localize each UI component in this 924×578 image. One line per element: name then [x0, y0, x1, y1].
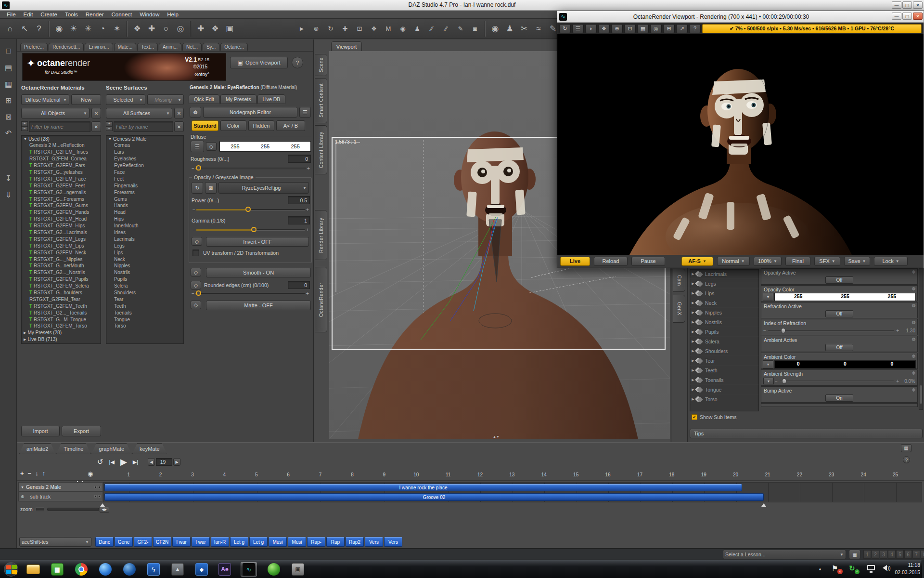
- app-blue-2-icon[interactable]: [121, 562, 138, 577]
- scale-tool-icon[interactable]: ⊡: [352, 21, 367, 37]
- mode-color-button[interactable]: Color: [220, 120, 246, 131]
- aniblock-preset[interactable]: Gene: [115, 537, 133, 547]
- gear-icon[interactable]: ☸: [911, 387, 916, 393]
- editor-settings-button[interactable]: ☸: [190, 107, 201, 118]
- material-item[interactable]: TRSTGXT_G2FEM_Hands: [22, 209, 101, 216]
- zoom-slider[interactable]: ◀▶: [47, 508, 99, 511]
- dock-tab[interactable]: Text...: [137, 43, 158, 51]
- skip-start-icon[interactable]: |◀: [109, 459, 115, 465]
- surface-item[interactable]: Neck: [106, 256, 183, 263]
- rounded-value[interactable]: 0: [288, 281, 310, 289]
- material-item[interactable]: TRSTGXT_G2FEM_Torso: [22, 323, 101, 329]
- surface-tree-item[interactable]: ▶Toenails: [690, 375, 758, 385]
- timeline-tab[interactable]: Timeline: [56, 443, 90, 454]
- surface-item[interactable]: EyeReflection: [106, 162, 183, 169]
- material-item[interactable]: RSTGXT_G2FEM_Tear: [22, 296, 101, 302]
- surface-item[interactable]: Nostrils: [106, 269, 183, 276]
- lesson-page-button[interactable]: 4: [888, 550, 896, 559]
- ambient-color-field[interactable]: 000: [774, 360, 916, 368]
- slider-knob[interactable]: [781, 328, 785, 333]
- tab-genx[interactable]: GenX: [673, 295, 685, 323]
- install-icon[interactable]: ⇓: [0, 186, 17, 203]
- undo-icon[interactable]: ↶: [0, 125, 17, 141]
- materials-group-used[interactable]: ▼Used (28): [22, 135, 101, 142]
- surface-tree-item[interactable]: ▶Sclera: [690, 337, 758, 346]
- power-slider[interactable]: −+: [192, 207, 310, 212]
- show-sub-items-checkbox[interactable]: ✔: [692, 414, 697, 420]
- display-mode-dropdown[interactable]: Normal▼: [717, 257, 750, 266]
- tab-cameras[interactable]: Cam: [673, 269, 685, 292]
- image-popout-button[interactable]: ⊠: [205, 182, 217, 194]
- surface-tree-item[interactable]: ▶Nipples: [690, 308, 758, 317]
- material-item[interactable]: RSTGXT_G2FEM_Cornea: [22, 156, 101, 162]
- surface-tree-item[interactable]: ▶Tongue: [690, 385, 758, 394]
- chevron-down-icon[interactable]: ▼: [763, 360, 773, 368]
- export-button[interactable]: Export: [62, 426, 101, 436]
- surface-tree-item[interactable]: ▶Pupils: [690, 327, 758, 337]
- rounded-map-button[interactable]: ◇: [191, 281, 201, 289]
- surface-item[interactable]: InnerMouth: [106, 223, 183, 229]
- render-settings-icon[interactable]: ☰: [572, 24, 584, 33]
- editor-tab[interactable]: Live DB: [257, 94, 286, 104]
- add-camera-icon[interactable]: ◉: [52, 21, 66, 37]
- save-icon[interactable]: ▦: [0, 76, 17, 92]
- aniblock-preset[interactable]: I war: [192, 537, 210, 547]
- surface-tree-item[interactable]: ▶Shoulders: [690, 346, 758, 356]
- chevron-down-icon[interactable]: ▼: [763, 293, 773, 301]
- track-lanes[interactable]: I wanne rock the place Groove 02: [103, 482, 922, 502]
- pointer-help-icon[interactable]: ↖: [17, 21, 32, 37]
- roughness-value[interactable]: 0: [288, 155, 311, 163]
- aniblock-preset[interactable]: Let g: [249, 537, 268, 547]
- editor-list-button[interactable]: ☰: [299, 107, 311, 118]
- live-button[interactable]: Live: [560, 257, 590, 266]
- material-item[interactable]: TRSTGXT_G2..._Nostrils: [22, 269, 101, 276]
- loop-icon[interactable]: ↺: [97, 458, 103, 466]
- sync-tray-icon[interactable]: ↻: [849, 564, 855, 573]
- surface-item[interactable]: Legs: [106, 242, 183, 249]
- rotate-tool-icon[interactable]: ↻: [323, 21, 338, 37]
- subsample-grid-icon[interactable]: ⊞: [663, 24, 675, 33]
- app-3d-icon[interactable]: ▣: [290, 562, 306, 577]
- tips-bar[interactable]: Tips: [690, 429, 923, 438]
- add-group-icon[interactable]: ○: [159, 21, 173, 37]
- track-toggle-a[interactable]: [94, 495, 97, 498]
- refraction-active-toggle[interactable]: Off: [825, 310, 853, 317]
- material-item[interactable]: TRSTGXT_G2FEM_Teeth: [22, 302, 101, 309]
- aniblock-preset[interactable]: I war: [172, 537, 191, 547]
- octane-titlebar[interactable]: ∿ OctaneRender Viewport - Rendering (700…: [557, 11, 924, 23]
- render-region-icon[interactable]: ⊡: [624, 24, 636, 33]
- geometry-editor-icon[interactable]: ✂: [517, 21, 531, 37]
- surface-item[interactable]: Ears: [106, 149, 183, 156]
- surface-item[interactable]: Pupils: [106, 276, 183, 283]
- show-sub-items-row[interactable]: ✔ Show Sub Items: [692, 414, 736, 420]
- daz-studio-taskbar-icon[interactable]: ∿: [241, 562, 257, 577]
- surfaces-selected-dropdown[interactable]: Selected▼: [106, 94, 145, 105]
- add-hierarchy-icon[interactable]: ❖: [208, 21, 222, 37]
- focus-picker-icon[interactable]: ⊕: [611, 24, 623, 33]
- frame-prev-button[interactable]: ◀: [148, 458, 155, 466]
- tray-expand-icon[interactable]: ▲: [818, 567, 822, 571]
- surface-tree-item[interactable]: ▶Teeth: [690, 366, 758, 375]
- minimize-button[interactable]: —: [892, 1, 901, 9]
- gear-icon[interactable]: ☸: [911, 303, 916, 308]
- dock-tab[interactable]: Rendersett...: [49, 43, 84, 51]
- app-green-icon[interactable]: ▦: [49, 562, 65, 577]
- open-file-icon[interactable]: ▤: [0, 59, 17, 76]
- sfx-dropdown[interactable]: SFX▼: [814, 257, 840, 266]
- surface-item[interactable]: Irises: [106, 229, 183, 236]
- surface-item[interactable]: Fingernails: [106, 182, 183, 189]
- clear-materials-filter-button[interactable]: ✕: [91, 121, 101, 132]
- frame-next-button[interactable]: ▶: [173, 458, 180, 466]
- surface-tree-item[interactable]: ▶Lacrimals: [690, 269, 758, 279]
- add-primitive-icon[interactable]: ▣: [222, 21, 237, 37]
- material-item[interactable]: TRSTGXT_G...nerMouth: [22, 263, 101, 269]
- lesson-page-button[interactable]: 3: [880, 550, 887, 559]
- network-tray-icon[interactable]: [867, 565, 875, 570]
- gamma-slider[interactable]: −+: [192, 227, 310, 233]
- dock-tab[interactable]: Anim...: [159, 43, 181, 51]
- taskbar-clock[interactable]: 11:1802.03.2015: [895, 562, 920, 576]
- editor-tab[interactable]: My Presets: [220, 94, 257, 104]
- dock-tab[interactable]: Environ...: [85, 43, 113, 51]
- octane-close-button[interactable]: ✕: [913, 13, 923, 20]
- chevron-down-icon[interactable]: ▼: [763, 378, 774, 384]
